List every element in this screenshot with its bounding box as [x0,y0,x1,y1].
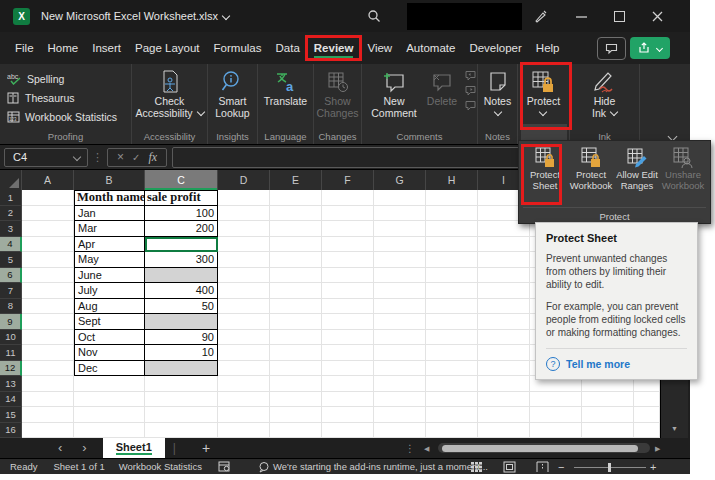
row-header-16[interactable]: 16 [0,423,22,439]
cell-I16[interactable] [478,423,530,439]
cell-G12[interactable] [374,361,426,377]
cell-A15[interactable] [22,407,74,423]
column-header-B[interactable]: B [74,170,145,190]
cell-C10[interactable]: 90 [145,330,218,346]
cell-G10[interactable] [374,330,426,346]
cell-F5[interactable] [322,252,374,268]
cell-A2[interactable] [22,206,74,222]
row-header-11[interactable]: 11 [0,345,22,361]
cell-G14[interactable] [374,392,426,408]
cell-H13[interactable] [426,376,478,392]
cell-H14[interactable] [426,392,478,408]
previous-sheet-icon[interactable]: ‹ [58,438,62,458]
cell-D12[interactable] [218,361,270,377]
cell-B6[interactable]: June [74,268,145,284]
column-header-C[interactable]: C [145,170,218,190]
next-comment-icon[interactable] [464,85,477,96]
tab-file[interactable]: File [8,37,41,59]
search-icon[interactable] [362,0,386,32]
cell-K14[interactable] [582,392,634,408]
sheet-tab-sheet1[interactable]: Sheet1 [103,438,165,458]
cell-J16[interactable] [530,423,582,439]
cell-I5[interactable] [478,252,530,268]
cell-A8[interactable] [22,299,74,315]
cell-F4[interactable] [322,237,374,253]
cell-G15[interactable] [374,407,426,423]
cell-D14[interactable] [218,392,270,408]
cell-C3[interactable]: 200 [145,221,218,237]
cell-B1[interactable]: Month name [74,190,145,206]
cell-E15[interactable] [270,407,322,423]
cell-D11[interactable] [218,345,270,361]
cell-F10[interactable] [322,330,374,346]
cell-L16[interactable] [634,423,660,439]
cell-G1[interactable] [374,190,426,206]
horizontal-scrollbar-thumb[interactable] [442,445,638,452]
cell-G9[interactable] [374,314,426,330]
row-header-5[interactable]: 5 [0,252,22,268]
cell-A13[interactable] [22,376,74,392]
formula-bar-grip[interactable]: ⋮ [92,151,103,164]
cell-D4[interactable] [218,237,270,253]
cell-E2[interactable] [270,206,322,222]
row-header-3[interactable]: 3 [0,221,22,237]
cell-H4[interactable] [426,237,478,253]
tab-formulas[interactable]: Formulas [207,37,269,59]
cell-L14[interactable] [634,392,660,408]
column-header-E[interactable]: E [270,170,322,190]
status-workbook-statistics[interactable]: Workbook Statistics [119,461,202,472]
cell-D9[interactable] [218,314,270,330]
cell-B8[interactable]: Aug [74,299,145,315]
row-header-15[interactable]: 15 [0,407,22,423]
cell-L15[interactable] [634,407,660,423]
cell-C9[interactable] [145,314,218,330]
tell-me-more-link[interactable]: Tell me more [566,358,630,370]
normal-view-icon[interactable] [470,460,483,474]
row-header-2[interactable]: 2 [0,206,22,222]
cell-G3[interactable] [374,221,426,237]
previous-comment-icon[interactable] [464,70,477,81]
row-header-4[interactable]: 4 [0,237,22,253]
cell-F7[interactable] [322,283,374,299]
cell-G2[interactable] [374,206,426,222]
cell-C7[interactable]: 400 [145,283,218,299]
cell-D16[interactable] [218,423,270,439]
cell-A14[interactable] [22,392,74,408]
cell-E1[interactable] [270,190,322,206]
add-sheet-button[interactable]: + [202,440,210,456]
close-button[interactable] [642,0,672,32]
minimize-button[interactable] [566,0,596,32]
cell-G7[interactable] [374,283,426,299]
cell-F16[interactable] [322,423,374,439]
cell-G8[interactable] [374,299,426,315]
cell-B3[interactable]: Mar [74,221,145,237]
show-comments-icon[interactable] [464,100,477,111]
cell-H12[interactable] [426,361,478,377]
cell-I13[interactable] [478,376,530,392]
cell-B15[interactable] [74,407,145,423]
scroll-right-icon[interactable]: ▶ [655,445,660,453]
select-all-corner[interactable] [0,170,22,190]
page-layout-view-icon[interactable] [503,460,516,474]
menu-item-allow-edit-ranges[interactable]: Allow Edit Ranges [614,144,660,191]
cell-I11[interactable] [478,345,530,361]
cell-H11[interactable] [426,345,478,361]
cell-E8[interactable] [270,299,322,315]
cell-B2[interactable]: Jan [74,206,145,222]
cell-I7[interactable] [478,283,530,299]
zoom-slider-thumb[interactable] [608,463,611,472]
spelling-button[interactable]: abc Spelling [0,69,131,88]
column-header-D[interactable]: D [218,170,270,190]
cell-H9[interactable] [426,314,478,330]
cell-D3[interactable] [218,221,270,237]
cell-E3[interactable] [270,221,322,237]
cell-F15[interactable] [322,407,374,423]
cell-A4[interactable] [22,237,74,253]
cell-K15[interactable] [582,407,634,423]
cell-C1[interactable]: sale profit [145,190,218,206]
cell-C5[interactable]: 300 [145,252,218,268]
cell-H3[interactable] [426,221,478,237]
scroll-down-icon[interactable]: ▼ [661,425,688,432]
row-header-8[interactable]: 8 [0,299,22,315]
tab-developer[interactable]: Developer [462,37,528,59]
